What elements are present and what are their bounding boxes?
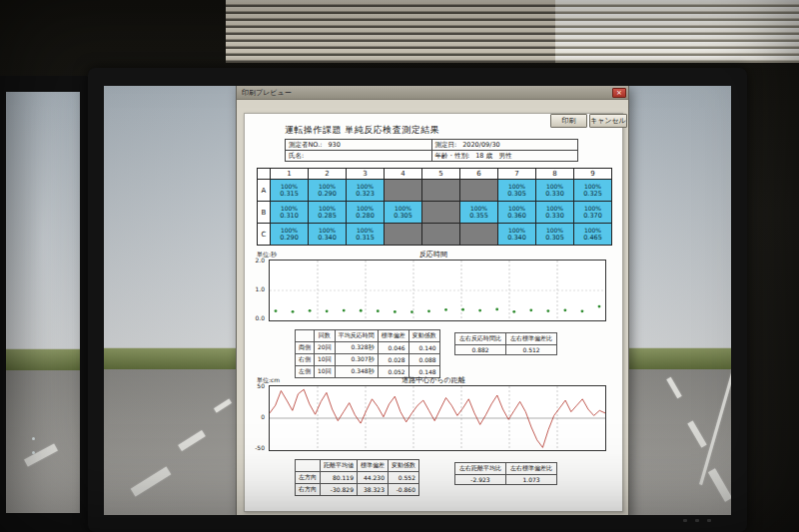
info-cell-no: 測定者NO.:930: [286, 140, 432, 151]
reaction-grid: 123456789A100%0.315100%0.290100%0.323100…: [257, 168, 612, 246]
grid-col-header: 1: [271, 169, 309, 180]
monitor-button: [683, 519, 687, 522]
stats-row-label: 左方向: [296, 472, 321, 484]
stats-value: 0.088: [408, 354, 439, 366]
stats-value: -30.829: [321, 484, 358, 496]
grid-cell: 100%0.290: [309, 180, 347, 202]
stats-value: 0.552: [389, 472, 419, 484]
y-axis-label: 50: [251, 382, 265, 389]
grid-cell: 100%0.330: [536, 202, 574, 224]
reaction-chart: [269, 260, 606, 321]
stats-header: 変動係数: [408, 330, 439, 342]
y-axis-label: -50: [251, 444, 265, 451]
print-preview-window: 印刷プレビュー × 印刷 キャンセル 運転操作課題 単純反応検査測定結果 測定者…: [236, 86, 629, 515]
stats-header: 平均反応時間: [335, 330, 378, 342]
grid-cell-empty: [460, 180, 498, 202]
grid-col-header: 4: [385, 169, 422, 180]
sim-road: [6, 370, 80, 513]
stats-value: 0.328秒: [335, 342, 378, 354]
grid-col-header: 6: [460, 169, 498, 180]
ratio-header: 左右標準偏差比: [506, 463, 557, 475]
grid-cell: 100%0.330: [536, 180, 574, 202]
stats-value: -0.860: [389, 484, 419, 496]
info-value: 18 歳 男性: [475, 152, 511, 160]
stats-header: 変動係数: [389, 460, 419, 472]
grid-cell: 100%0.315: [271, 180, 309, 202]
left-monitor-screen: [6, 92, 80, 513]
grid-corner: [258, 169, 271, 180]
info-cell-age: 年齢・性別:18 歳 男性: [431, 151, 578, 162]
main-monitor: 印刷プレビュー × 印刷 キャンセル 運転操作課題 単純反応検査測定結果 測定者…: [88, 68, 747, 532]
grid-col-header: 7: [498, 169, 536, 180]
main-monitor-screen: 印刷プレビュー × 印刷 キャンセル 運転操作課題 単純反応検査測定結果 測定者…: [104, 86, 731, 515]
stats-table: 距離平均値標準偏差変動係数左方向80.11944.2300.552右方向-30.…: [295, 459, 419, 496]
grid-cell: 100%0.315: [347, 224, 385, 246]
info-label: 年齢・性別:: [435, 152, 470, 160]
grid-col-header: 9: [574, 169, 612, 180]
y-axis-label: 0.0: [251, 314, 265, 321]
distance-stats: 距離平均値標準偏差変動係数左方向80.11944.2300.552右方向-30.…: [295, 459, 419, 496]
grid-cell: 100%0.290: [271, 224, 309, 246]
ratio-value: 0.512: [506, 345, 557, 355]
grid-row-label: B: [258, 202, 271, 224]
grid-cell: 100%0.370: [574, 202, 612, 224]
monitor-button: [32, 451, 35, 454]
monitor-power-led: [707, 519, 711, 522]
info-label: 測定者NO.:: [289, 141, 322, 149]
print-button[interactable]: 印刷: [550, 114, 587, 128]
grid-row-label: C: [258, 224, 271, 246]
distance-ratios: 左右距離平均比左右標準偏差比-2.9231.073: [454, 462, 557, 485]
grid-cell: 100%0.305: [385, 202, 422, 224]
sim-sky: [6, 92, 80, 348]
stats-table: 回数平均反応時間標準偏差変動係数両側20回0.328秒0.0460.140右側1…: [295, 329, 440, 378]
stats-value: 0.307秒: [335, 354, 378, 366]
stats-value: 80.119: [321, 472, 358, 484]
ratio-value: 0.882: [455, 345, 506, 355]
ratio-header: 左右標準偏差比: [506, 333, 557, 345]
grid-cell: 100%0.323: [347, 180, 385, 202]
window-title-bar[interactable]: 印刷プレビュー: [237, 86, 628, 100]
cancel-button[interactable]: キャンセル: [589, 114, 627, 128]
grid-cell: 100%0.305: [498, 180, 536, 202]
close-button[interactable]: ×: [612, 88, 626, 98]
info-label: 測定日:: [435, 141, 457, 149]
grid-col-header: 5: [422, 169, 460, 180]
info-cell-date: 測定日:2020/09/30: [431, 140, 578, 151]
grid-cell-empty: [460, 224, 498, 246]
window-title: 印刷プレビュー: [242, 89, 292, 97]
grid-cell: 100%0.340: [498, 224, 536, 246]
distance-chart: [269, 385, 606, 451]
grid-cell-empty: [422, 180, 460, 202]
stats-value: 0.046: [378, 342, 408, 354]
reaction-grid-table: 123456789A100%0.315100%0.290100%0.323100…: [257, 168, 612, 246]
ratio-value: -2.923: [455, 475, 506, 485]
stats-header: [296, 460, 321, 472]
monitor-power-led: [32, 437, 35, 440]
grid-cell: 100%0.340: [309, 224, 347, 246]
ratio-table: 左右距離平均比左右標準偏差比-2.9231.073: [454, 462, 557, 485]
y-axis-label: 1.0: [251, 285, 265, 292]
chart-canvas: [270, 261, 605, 320]
grid-cell: 100%0.310: [271, 202, 309, 224]
grid-cell: 100%0.305: [536, 224, 574, 246]
distance-chart-title: 道路中心からの距離: [245, 375, 622, 385]
monitor-button: [695, 519, 699, 522]
grid-row-label: A: [258, 180, 271, 202]
stats-header: 距離平均値: [321, 460, 358, 472]
left-monitor: [0, 76, 90, 532]
stats-header: 標準偏差: [378, 330, 408, 342]
grid-cell: 100%0.325: [574, 180, 612, 202]
chart-canvas: [270, 386, 605, 450]
info-table: 測定者NO.:930 測定日:2020/09/30 氏名: 年齢・性別:: [285, 139, 578, 162]
ratio-table: 左右反応時間比左右標準偏差比0.8820.512: [454, 332, 557, 355]
report-title: 運転操作課題 単純反応検査測定結果: [285, 124, 439, 137]
stats-value: 0.028: [378, 354, 408, 366]
stats-row-label: 両側: [296, 342, 315, 354]
grid-col-header: 3: [347, 169, 385, 180]
grid-cell-empty: [385, 180, 422, 202]
stats-value: 38.323: [358, 484, 389, 496]
stats-row-label: 右方向: [296, 484, 321, 496]
y-axis-label: 0: [251, 413, 265, 420]
grid-cell: 100%0.465: [574, 224, 612, 246]
window-blinds-bright: [555, 0, 799, 63]
